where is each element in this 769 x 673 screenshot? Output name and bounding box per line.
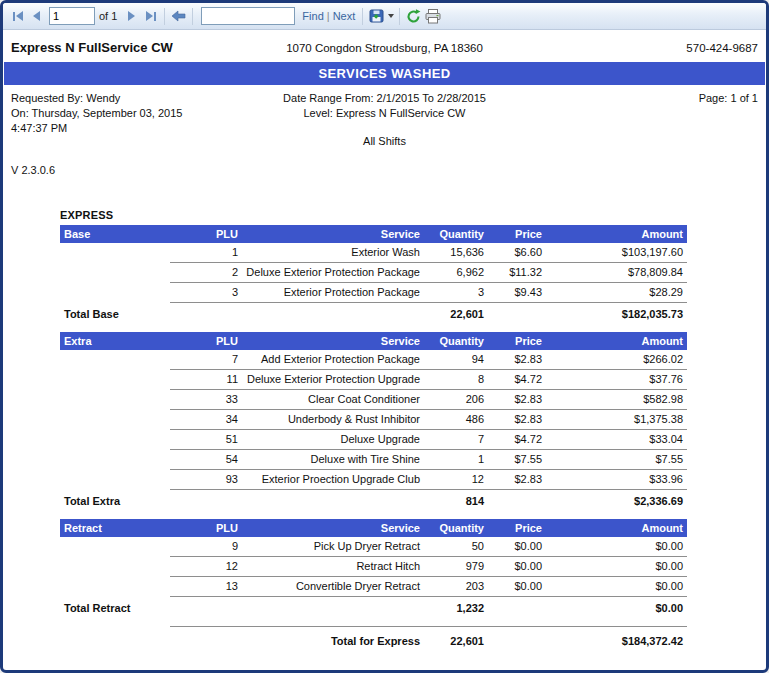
service-cell: Convertible Dryer Retract bbox=[242, 577, 424, 597]
amount-cell: $582.98 bbox=[546, 390, 687, 410]
first-page-button[interactable] bbox=[8, 6, 27, 26]
table-row: 33Clear Coat Conditioner206$2.83$582.98 bbox=[60, 390, 687, 410]
export-button[interactable] bbox=[367, 6, 395, 26]
category-cell bbox=[60, 470, 170, 490]
export-disk-icon bbox=[369, 9, 385, 24]
service-cell: Deluxe Upgrade bbox=[242, 430, 424, 450]
find-next-link[interactable]: Next bbox=[333, 10, 356, 22]
plu-cell: 2 bbox=[170, 263, 242, 283]
amount-cell: $266.02 bbox=[546, 350, 687, 370]
grand-total-table: Total for Express22,601$184,372.42 bbox=[60, 626, 687, 651]
price-cell: $11.32 bbox=[488, 263, 546, 283]
level-label: Level: Express N FullService CW bbox=[224, 106, 544, 121]
back-arrow-icon bbox=[171, 10, 187, 22]
report-title-banner: SERVICES WASHED bbox=[4, 62, 765, 85]
price-cell: $4.72 bbox=[488, 430, 546, 450]
amount-cell: $0.00 bbox=[546, 577, 687, 597]
price-cell: $9.43 bbox=[488, 283, 546, 303]
table-row: 13Convertible Dryer Retract203$0.00$0.00 bbox=[60, 577, 687, 597]
back-to-parent-button[interactable] bbox=[169, 6, 188, 26]
refresh-icon bbox=[406, 9, 421, 24]
column-header-plu: PLU bbox=[170, 332, 242, 350]
plu-cell: 12 bbox=[170, 557, 242, 577]
price-cell: $0.00 bbox=[488, 537, 546, 557]
export-dropdown-caret-icon bbox=[388, 14, 394, 18]
table-row: 93Exterior Proection Upgrade Club12$2.83… bbox=[60, 470, 687, 490]
find-next-divider: | bbox=[327, 10, 330, 22]
amount-cell: $33.96 bbox=[546, 470, 687, 490]
next-page-icon bbox=[128, 11, 135, 21]
tables-container: BasePLUServiceQuantityPriceAmount1Exteri… bbox=[3, 225, 766, 651]
category-cell bbox=[60, 350, 170, 370]
price-cell: $2.83 bbox=[488, 470, 546, 490]
report-toolbar: of 1 Find | Next bbox=[3, 3, 766, 30]
amount-cell: $33.04 bbox=[546, 430, 687, 450]
table-row: 54Deluxe with Tire Shine1$7.55$7.55 bbox=[60, 450, 687, 470]
quantity-cell: 6,962 bbox=[424, 263, 488, 283]
requested-by-label: Requested By: Wendy bbox=[11, 91, 224, 106]
quantity-cell: 94 bbox=[424, 350, 488, 370]
quantity-cell: 206 bbox=[424, 390, 488, 410]
category-cell bbox=[60, 263, 170, 283]
service-cell bbox=[242, 303, 424, 326]
total-quantity-cell: 814 bbox=[424, 490, 488, 513]
service-cell: Deluxe with Tire Shine bbox=[242, 450, 424, 470]
section-total-row: Total Retract1,232$0.00 bbox=[60, 597, 687, 620]
plu-cell bbox=[170, 597, 242, 620]
category-cell bbox=[60, 577, 170, 597]
plu-cell: 33 bbox=[170, 390, 242, 410]
category-column-header: Extra bbox=[60, 332, 170, 350]
column-header-service: Service bbox=[242, 519, 424, 537]
column-header-amount: Amount bbox=[546, 225, 687, 243]
plu-cell: 13 bbox=[170, 577, 242, 597]
find-link[interactable]: Find bbox=[302, 10, 323, 22]
column-header-qty: Quantity bbox=[424, 519, 488, 537]
total-amount-cell: $182,035.73 bbox=[546, 303, 687, 326]
category-cell bbox=[60, 450, 170, 470]
plu-cell: 11 bbox=[170, 370, 242, 390]
total-amount-cell: $2,336.69 bbox=[546, 490, 687, 513]
page-info-wrap: Page: 1 of 1 bbox=[545, 91, 758, 149]
next-page-button[interactable] bbox=[122, 6, 141, 26]
services-table-retract: RetractPLUServiceQuantityPriceAmount9Pic… bbox=[60, 519, 687, 619]
column-header-plu: PLU bbox=[170, 519, 242, 537]
amount-cell: $78,809.84 bbox=[546, 263, 687, 283]
toolbar-separator bbox=[399, 8, 400, 25]
price-cell bbox=[488, 490, 546, 513]
price-cell: $2.83 bbox=[488, 350, 546, 370]
category-column-header: Base bbox=[60, 225, 170, 243]
service-cell: Pick Up Dryer Retract bbox=[242, 537, 424, 557]
last-page-button[interactable] bbox=[141, 6, 160, 26]
column-header-service: Service bbox=[242, 332, 424, 350]
page-number-input[interactable] bbox=[49, 7, 95, 25]
category-cell bbox=[60, 557, 170, 577]
page-info-label: Page: 1 of 1 bbox=[545, 91, 758, 106]
previous-page-button[interactable] bbox=[27, 6, 46, 26]
section-total-row: Total Base22,601$182,035.73 bbox=[60, 303, 687, 326]
quantity-cell: 7 bbox=[424, 430, 488, 450]
quantity-cell: 1 bbox=[424, 450, 488, 470]
total-label-cell: Total Base bbox=[60, 303, 170, 326]
section-title: EXPRESS bbox=[60, 209, 766, 221]
total-label-cell: Total Extra bbox=[60, 490, 170, 513]
column-header-price: Price bbox=[488, 225, 546, 243]
service-cell: Deluxe Exterior Protection Upgrade bbox=[242, 370, 424, 390]
price-cell: $2.83 bbox=[488, 410, 546, 430]
print-button[interactable] bbox=[423, 6, 442, 26]
section-total-row: Total Extra814$2,336.69 bbox=[60, 490, 687, 513]
version-label: V 2.3.0.6 bbox=[3, 149, 766, 176]
previous-page-icon bbox=[33, 11, 40, 21]
service-cell: Deluxe Exterior Protection Package bbox=[242, 263, 424, 283]
search-input[interactable] bbox=[201, 7, 295, 25]
amount-cell: $7.55 bbox=[546, 450, 687, 470]
table-row: 7Add Exterior Protection Package94$2.83$… bbox=[60, 350, 687, 370]
requested-on-label: On: Thursday, September 03, 2015 bbox=[11, 106, 224, 121]
refresh-button[interactable] bbox=[404, 6, 423, 26]
print-icon bbox=[425, 9, 441, 24]
table-header-row: BasePLUServiceQuantityPriceAmount bbox=[60, 225, 687, 243]
services-table-extra: ExtraPLUServiceQuantityPriceAmount7Add E… bbox=[60, 332, 687, 512]
quantity-cell: 486 bbox=[424, 410, 488, 430]
quantity-cell: 3 bbox=[424, 283, 488, 303]
price-cell bbox=[488, 627, 546, 652]
column-header-qty: Quantity bbox=[424, 332, 488, 350]
